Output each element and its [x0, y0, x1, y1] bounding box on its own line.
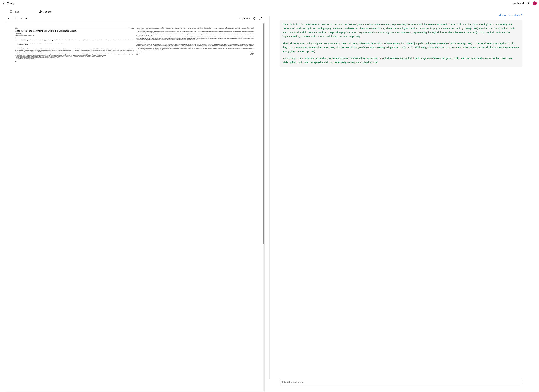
assistant-message: Time clocks in this context refer to dev… [280, 20, 523, 67]
main-split: Files Settings / 8 [0, 7, 539, 392]
footnote: This work was supported by the Advanced … [15, 56, 134, 57]
search-icon [239, 17, 241, 20]
body-text: In this paper, we discuss the partial or… [136, 36, 254, 40]
app-name: Chatty [7, 2, 15, 5]
page-number: 558 [15, 61, 134, 62]
section-heading: The Partial Ordering [136, 41, 254, 43]
svg-point-3 [40, 11, 41, 12]
next-page-button[interactable] [24, 17, 28, 21]
chevron-down-icon [249, 17, 250, 20]
pdf-toolbar: / 8 100% [5, 15, 265, 22]
assistant-paragraph: Physical clocks run continuously and are… [283, 41, 520, 53]
gear-icon [39, 10, 42, 14]
body-text: We begin by defining our system more pre… [136, 48, 254, 51]
footer-text: the ACM [136, 54, 143, 55]
dashboard-link[interactable]: Dashboard [511, 2, 524, 5]
prev-page-button[interactable] [7, 17, 11, 21]
tab-files[interactable]: Files [10, 10, 19, 14]
body-text: We will concern ourselves primarily with… [136, 31, 254, 34]
footer-text: Number 7 [250, 54, 254, 55]
files-icon [10, 10, 13, 14]
paper-abstract: The concept of one event happening befor… [15, 38, 134, 41]
zoom-value: 100% [242, 17, 248, 20]
expand-icon [259, 17, 262, 20]
chat-scroll: what are time clocks? Time clocks in thi… [273, 10, 533, 377]
doc-section-hdr: Systems [15, 28, 19, 29]
footnote: General permission to make fair use in t… [15, 53, 134, 56]
assistant-paragraph: Time clocks in this context refer to dev… [283, 22, 520, 39]
footer-text: July 1978 [250, 51, 254, 53]
pdf-page: Operating Systems R. Stockton Gaines Edi… [14, 26, 255, 388]
chat-input-wrap [273, 377, 533, 389]
body-text: In a distributed system, it is sometimes… [136, 34, 254, 36]
svg-point-1 [528, 3, 529, 4]
paper-keywords: Key Words and Phrases: distributed syste… [15, 42, 134, 44]
theme-toggle-button[interactable] [526, 1, 530, 6]
chevron-down-icon [8, 17, 10, 20]
svg-point-4 [240, 18, 241, 19]
left-pane: Files Settings / 8 [0, 7, 270, 392]
paper-title: Time, Clocks, and the Ordering of Events… [15, 30, 134, 32]
footnote: © 1978 ACM 0001-0782/78/0700-0558 $00.75 [15, 58, 134, 59]
tab-settings-label: Settings [43, 11, 51, 13]
svg-line-7 [260, 19, 260, 19]
scrollbar-thumb[interactable] [263, 24, 264, 244]
chevron-up-icon [25, 17, 27, 20]
reload-button[interactable] [253, 16, 256, 21]
tab-files-label: Files [14, 11, 19, 13]
footer-text: of [136, 53, 143, 54]
topbar-right: Dashboard G [511, 1, 537, 6]
body-text: The concept of time is fundamental to ou… [15, 48, 134, 52]
brand-block: Chatty [2, 2, 15, 5]
svg-line-6 [261, 17, 261, 18]
sun-icon [527, 2, 530, 5]
scrollbar[interactable] [263, 24, 264, 391]
left-tabs: Files Settings [5, 7, 265, 15]
page-total-label: / 8 [20, 17, 22, 20]
body-text: Most people would probably say that an e… [136, 44, 254, 48]
paper-cr-categories: CR Categories: 4.32, 5.29 [15, 44, 134, 45]
zoom-control[interactable]: 100% [239, 17, 250, 20]
user-message: what are time clocks? [280, 14, 523, 16]
body-text: A distributed system consists of a colle… [136, 26, 254, 31]
paper-affiliation: Massachusetts Computer Associates, Inc. [15, 35, 134, 36]
assistant-paragraph: In summary, time clocks can be physical,… [283, 56, 520, 64]
section-heading: Introduction [15, 46, 134, 48]
user-avatar[interactable]: G [533, 1, 537, 5]
svg-rect-0 [3, 2, 5, 5]
tab-settings[interactable]: Settings [39, 10, 51, 14]
doc-editor-name: R. Stockton Gaines [126, 26, 134, 28]
svg-line-5 [241, 19, 241, 19]
paper-author: Leslie Lamport [15, 33, 134, 34]
footer-text: Communications [136, 51, 143, 53]
document-viewer: Operating Systems R. Stockton Gaines Edi… [5, 22, 265, 392]
fullscreen-button[interactable] [259, 16, 263, 21]
page-number-input[interactable] [13, 17, 18, 21]
topbar: Chatty Dashboard G [0, 0, 539, 7]
footer-text: Volume 21 [250, 53, 254, 54]
reload-icon [253, 17, 256, 20]
footnote: Author's address: Computer Science Labor… [15, 57, 134, 58]
chat-input[interactable] [280, 379, 523, 385]
app-logo-icon [2, 2, 6, 5]
svg-rect-2 [10, 11, 12, 13]
doc-section-hdr: Operating [15, 26, 19, 28]
chat-pane: what are time clocks? Time clocks in thi… [270, 7, 539, 392]
doc-editor-label: Editor [126, 28, 134, 29]
